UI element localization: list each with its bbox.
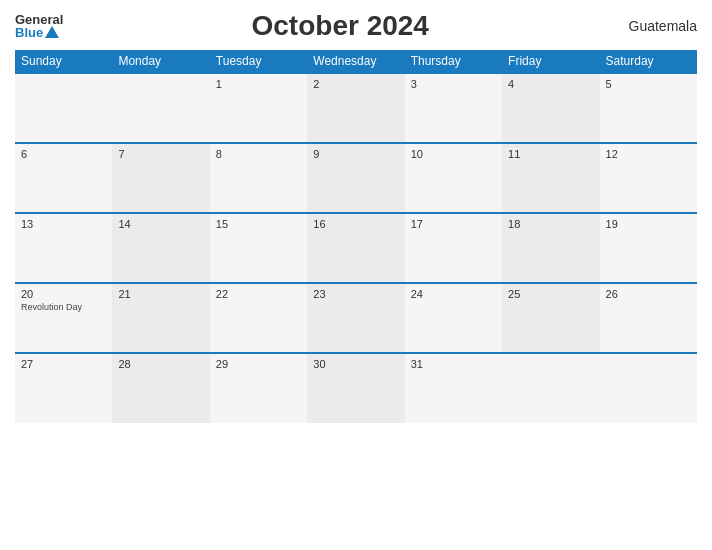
col-friday: Friday [502,50,599,73]
day-number: 20 [21,288,33,300]
calendar-cell: 20Revolution Day [15,283,112,353]
day-number: 6 [21,148,27,160]
col-monday: Monday [112,50,209,73]
calendar-cell: 18 [502,213,599,283]
calendar-cell [112,73,209,143]
calendar-cell [600,353,697,423]
day-number: 9 [313,148,319,160]
day-number: 15 [216,218,228,230]
calendar-week-row: 20Revolution Day212223242526 [15,283,697,353]
calendar-week-row: 2728293031 [15,353,697,423]
day-number: 26 [606,288,618,300]
day-number: 7 [118,148,124,160]
country-label: Guatemala [617,18,697,34]
day-number: 5 [606,78,612,90]
calendar-cell: 19 [600,213,697,283]
day-number: 12 [606,148,618,160]
calendar-cell: 24 [405,283,502,353]
calendar-table: Sunday Monday Tuesday Wednesday Thursday… [15,50,697,423]
day-number: 23 [313,288,325,300]
day-number: 21 [118,288,130,300]
event-label: Revolution Day [21,302,106,313]
calendar-cell: 21 [112,283,209,353]
col-wednesday: Wednesday [307,50,404,73]
header: General Blue October 2024 Guatemala [15,10,697,42]
calendar-cell: 26 [600,283,697,353]
calendar-cell: 25 [502,283,599,353]
day-number: 2 [313,78,319,90]
calendar-cell: 1 [210,73,307,143]
calendar-title: October 2024 [63,10,617,42]
calendar-cell [15,73,112,143]
calendar-cell: 17 [405,213,502,283]
calendar-cell: 9 [307,143,404,213]
calendar-body: 1234567891011121314151617181920Revolutio… [15,73,697,423]
col-tuesday: Tuesday [210,50,307,73]
calendar-cell: 29 [210,353,307,423]
day-number: 19 [606,218,618,230]
calendar-cell: 14 [112,213,209,283]
col-sunday: Sunday [15,50,112,73]
calendar-cell: 30 [307,353,404,423]
calendar-cell: 7 [112,143,209,213]
day-number: 14 [118,218,130,230]
day-number: 24 [411,288,423,300]
day-number: 22 [216,288,228,300]
day-number: 31 [411,358,423,370]
day-number: 16 [313,218,325,230]
col-saturday: Saturday [600,50,697,73]
calendar-cell: 10 [405,143,502,213]
calendar-cell: 23 [307,283,404,353]
day-number: 4 [508,78,514,90]
calendar-cell: 5 [600,73,697,143]
calendar-cell: 12 [600,143,697,213]
calendar-page: General Blue October 2024 Guatemala Sund… [0,0,712,550]
day-number: 13 [21,218,33,230]
day-number: 11 [508,148,520,160]
day-number: 28 [118,358,130,370]
logo-blue-text: Blue [15,26,59,39]
day-number: 8 [216,148,222,160]
day-number: 17 [411,218,423,230]
day-number: 3 [411,78,417,90]
calendar-week-row: 12345 [15,73,697,143]
calendar-cell: 16 [307,213,404,283]
calendar-cell: 15 [210,213,307,283]
calendar-cell: 31 [405,353,502,423]
logo-triangle-icon [45,26,59,38]
day-number: 27 [21,358,33,370]
day-number: 30 [313,358,325,370]
calendar-cell: 2 [307,73,404,143]
calendar-cell: 8 [210,143,307,213]
day-number: 29 [216,358,228,370]
days-of-week-row: Sunday Monday Tuesday Wednesday Thursday… [15,50,697,73]
day-number: 10 [411,148,423,160]
calendar-cell: 13 [15,213,112,283]
day-number: 18 [508,218,520,230]
calendar-cell: 6 [15,143,112,213]
calendar-header: Sunday Monday Tuesday Wednesday Thursday… [15,50,697,73]
calendar-cell: 27 [15,353,112,423]
col-thursday: Thursday [405,50,502,73]
calendar-week-row: 13141516171819 [15,213,697,283]
day-number: 1 [216,78,222,90]
calendar-cell: 11 [502,143,599,213]
calendar-cell: 3 [405,73,502,143]
calendar-cell: 28 [112,353,209,423]
calendar-cell: 4 [502,73,599,143]
day-number: 25 [508,288,520,300]
calendar-cell [502,353,599,423]
calendar-week-row: 6789101112 [15,143,697,213]
logo: General Blue [15,13,63,39]
calendar-cell: 22 [210,283,307,353]
